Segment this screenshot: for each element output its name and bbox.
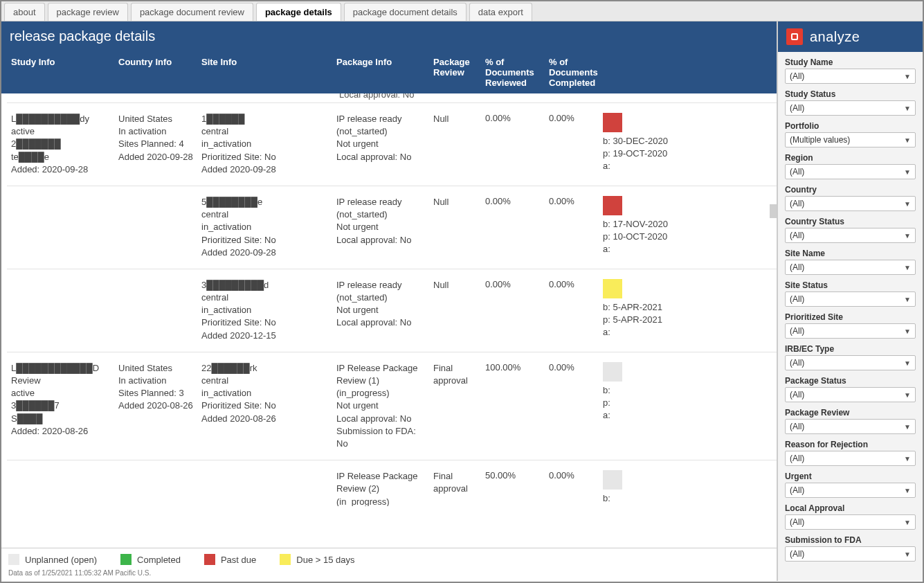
col-study[interactable]: Study Info xyxy=(7,57,114,88)
filter-select[interactable]: (All)▼ xyxy=(785,451,916,466)
filter-package-review: Package Review(All)▼ xyxy=(785,408,916,434)
data-as-of: Data as of 1/25/2021 11:05:32 AM Pacific… xyxy=(1,568,777,581)
filter-value: (All) xyxy=(790,454,804,463)
status-indicator xyxy=(603,470,622,490)
col-pct-completed[interactable]: % of Documents Completed xyxy=(545,57,599,88)
cell-review: Null xyxy=(429,279,481,342)
cell-package: IP Release Package Review (2) (in_progre… xyxy=(332,470,429,506)
filter-label: Country Status xyxy=(785,217,916,226)
filter-select[interactable]: (All)▼ xyxy=(785,260,916,275)
filter-value: (All) xyxy=(790,71,804,81)
filter-select[interactable]: (All)▼ xyxy=(785,196,916,211)
chevron-down-icon: ▼ xyxy=(904,359,911,367)
cell-package: IP release ready (not_started) Not urgen… xyxy=(332,113,429,176)
filter-label: Site Status xyxy=(785,280,916,290)
app-window: aboutpackage reviewpackage document revi… xyxy=(0,0,924,583)
cell-pct-completed: 0.00% xyxy=(545,470,599,506)
filter-select[interactable]: (All)▼ xyxy=(785,355,916,370)
legend-swatch-pastdue xyxy=(204,554,215,565)
filter-select[interactable]: (All)▼ xyxy=(785,164,916,179)
filter-select[interactable]: (All)▼ xyxy=(785,514,916,530)
cell-study: L██████████dy active 2███████ te████e Ad… xyxy=(7,113,114,176)
filter-value: (All) xyxy=(790,103,804,113)
legend-completed: Completed xyxy=(137,555,181,565)
cell-pct-completed: 0.00% xyxy=(545,113,599,176)
filter-select[interactable]: (All)▼ xyxy=(785,228,916,243)
filter-site-name: Site Name(All)▼ xyxy=(785,249,916,275)
cell-country xyxy=(114,470,197,506)
table-row[interactable]: 3█████████d central in_activation Priori… xyxy=(7,269,777,352)
chevron-down-icon: ▼ xyxy=(904,264,911,271)
cell-site: 5████████e central in_activation Priorit… xyxy=(197,196,332,259)
filter-select[interactable]: (All)▼ xyxy=(785,323,916,339)
chevron-down-icon: ▼ xyxy=(904,105,911,112)
cell-pct-reviewed: 100.00% xyxy=(481,362,545,450)
tab-package-document-review[interactable]: package document review xyxy=(131,3,253,21)
cell-site: 22██████rk central in_activation Priorit… xyxy=(197,362,332,450)
filter-select[interactable]: (All)▼ xyxy=(785,419,916,434)
tab-package-document-details[interactable]: package document details xyxy=(344,3,466,21)
legend-swatch-open xyxy=(8,554,19,565)
filter-label: Study Name xyxy=(785,57,916,67)
filter-region: Region(All)▼ xyxy=(785,153,916,179)
filter-study-name: Study Name(All)▼ xyxy=(785,57,916,84)
col-pct-reviewed[interactable]: % of Documents Reviewed xyxy=(481,57,545,88)
filter-select[interactable]: (All)▼ xyxy=(785,546,916,562)
cell-review: Null xyxy=(429,196,481,259)
filter-country: Country(All)▼ xyxy=(785,185,916,211)
filter-select[interactable]: (All)▼ xyxy=(785,292,916,307)
filter-label: Package Status xyxy=(785,376,916,386)
filter-prioritized-site: Prioritized Site(All)▼ xyxy=(785,312,916,339)
page-title: release package details xyxy=(1,21,777,51)
filter-study-status: Study Status(All)▼ xyxy=(785,89,916,116)
chevron-down-icon: ▼ xyxy=(904,550,911,558)
filters: Study Name(All)▼Study Status(All)▼Portfo… xyxy=(778,52,923,573)
table-rows[interactable]: Local approval: No L██████████dy active … xyxy=(1,93,777,506)
cell-pct-completed: 0.00% xyxy=(545,196,599,259)
filter-label: Submission to FDA xyxy=(785,535,916,545)
chevron-down-icon: ▼ xyxy=(904,232,911,240)
legend-pastdue: Past due xyxy=(221,555,256,565)
col-package[interactable]: Package Info xyxy=(332,57,429,88)
filter-label: Package Review xyxy=(785,408,916,418)
tab-about[interactable]: about xyxy=(4,3,45,21)
filter-select[interactable]: (All)▼ xyxy=(785,100,916,116)
filter-label: Study Status xyxy=(785,89,916,99)
table-row[interactable]: L████████████D Review active 3██████7 S█… xyxy=(7,352,777,460)
filter-value: (Multiple values) xyxy=(790,135,850,145)
filter-value: (All) xyxy=(790,326,804,336)
main-panel: release package details Study Info Count… xyxy=(1,21,777,581)
oracle-icon xyxy=(786,28,803,45)
filter-select[interactable]: (Multiple values)▼ xyxy=(785,132,916,147)
brand-bar: analyze xyxy=(778,21,923,52)
filter-value: (All) xyxy=(790,294,804,304)
col-site[interactable]: Site Info xyxy=(197,57,332,88)
col-country[interactable]: Country Info xyxy=(114,57,197,88)
filter-value: (All) xyxy=(790,231,804,240)
tab-data-export[interactable]: data export xyxy=(469,3,532,21)
chevron-down-icon: ▼ xyxy=(904,328,911,335)
filter-local-approval: Local Approval(All)▼ xyxy=(785,503,916,530)
filter-value: (All) xyxy=(790,422,804,431)
tab-package-review[interactable]: package review xyxy=(48,3,128,21)
scrollbar[interactable] xyxy=(770,204,777,218)
filter-label: Local Approval xyxy=(785,503,916,513)
cell-pct-reviewed: 0.00% xyxy=(481,279,545,342)
table-row[interactable]: L██████████dy active 2███████ te████e Ad… xyxy=(7,103,777,186)
legend: Unplanned (open) Completed Past due Due … xyxy=(1,548,777,568)
filter-value: (All) xyxy=(790,549,804,559)
table-row[interactable]: 5████████e central in_activation Priorit… xyxy=(7,186,777,269)
filter-select[interactable]: (All)▼ xyxy=(785,387,916,402)
col-review[interactable]: Package Review xyxy=(429,57,481,88)
cell-status: b: p: a: xyxy=(599,362,675,450)
tab-package-details[interactable]: package details xyxy=(256,3,341,21)
filter-label: IRB/EC Type xyxy=(785,344,916,354)
table-row[interactable]: IP Release Package Review (2) (in_progre… xyxy=(7,460,777,506)
filter-value: (All) xyxy=(790,199,804,208)
chevron-down-icon: ▼ xyxy=(904,73,911,80)
filter-portfolio: Portfolio(Multiple values)▼ xyxy=(785,121,916,147)
filter-select[interactable]: (All)▼ xyxy=(785,69,916,84)
cell-pct-completed: 0.00% xyxy=(545,362,599,450)
filter-select[interactable]: (All)▼ xyxy=(785,483,916,498)
filter-value: (All) xyxy=(790,390,804,400)
